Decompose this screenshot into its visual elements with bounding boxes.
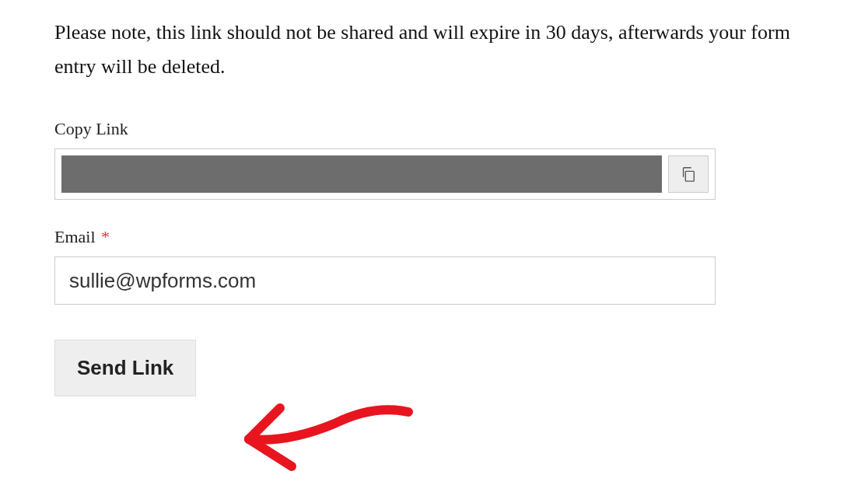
copy-link-container xyxy=(54,148,716,200)
copy-icon xyxy=(680,165,697,183)
required-mark: * xyxy=(101,227,110,246)
copy-link-label: Copy Link xyxy=(54,119,814,139)
email-label-text: Email xyxy=(54,227,96,246)
copy-link-value[interactable] xyxy=(61,155,662,193)
description-text: Please note, this link should not be sha… xyxy=(54,16,814,84)
arrow-annotation xyxy=(218,365,428,482)
email-input[interactable] xyxy=(54,256,716,305)
copy-link-field: Copy Link xyxy=(54,119,814,200)
svg-rect-0 xyxy=(685,172,694,182)
email-field-group: Email * xyxy=(54,227,814,305)
copy-button[interactable] xyxy=(668,155,709,193)
email-label: Email * xyxy=(54,227,814,247)
send-link-button[interactable]: Send Link xyxy=(54,340,196,396)
